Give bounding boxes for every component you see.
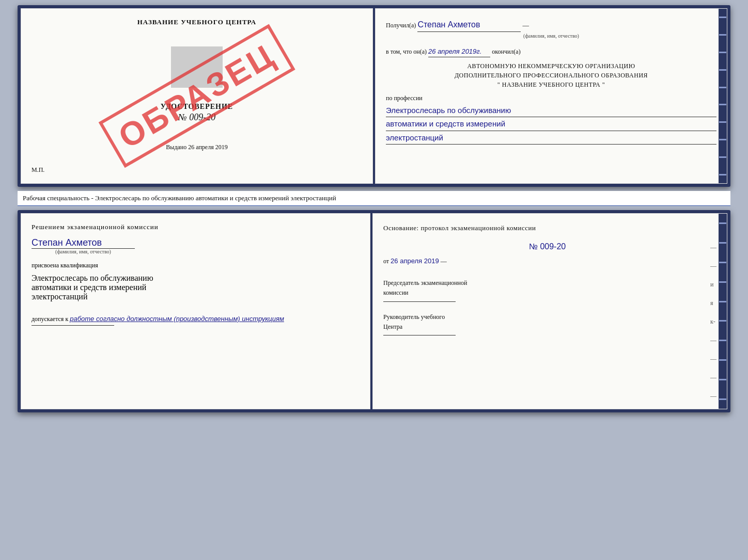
top-right-page: Получил(а) Степан Ахметов — (фамилия, им… [375, 8, 727, 184]
side-mark-k: к- [710, 314, 716, 329]
prisvoena-label: присвоена квалификация [32, 262, 98, 269]
prof-line1: Электрослесарь по обслуживанию [386, 104, 716, 118]
predsedatel-line1: Председатель экзаменационной [383, 278, 711, 288]
qual-line3: электростанций [32, 292, 87, 301]
po-professii: по профессии [386, 93, 716, 103]
specialty-label: Рабочая специальность - Электрослесарь п… [18, 191, 730, 206]
recipient-name: Степан Ахметов [417, 18, 521, 32]
binding-mark [719, 69, 726, 71]
side-dash-6: — [710, 388, 716, 404]
binding-mark [719, 156, 726, 158]
prof-line3: электростанций [386, 131, 716, 145]
cert-title: НАЗВАНИЕ УЧЕБНОГО ЦЕНТРА [137, 18, 257, 26]
vydano-date: 26 апреля 2019 [188, 143, 227, 151]
left-signature-line [32, 325, 114, 326]
okonchil-label: окончил(а) [492, 48, 520, 55]
side-mark-ya: я [710, 295, 716, 311]
top-left-page: НАЗВАНИЕ УЧЕБНОГО ЦЕНТРА УДОСТОВЕРЕНИЕ №… [21, 8, 373, 184]
qual-line1: Электрослесарь по обслуживанию [32, 274, 153, 283]
document-container: НАЗВАНИЕ УЧЕБНОГО ЦЕНТРА УДОСТОВЕРЕНИЕ №… [18, 5, 730, 412]
ot-date-group: от 26 апреля 2019 — [383, 256, 711, 267]
vydano-label: Выдано [166, 143, 186, 151]
cert-vydano: Выдано 26 апреля 2019 [166, 143, 227, 151]
cert-main: УДОСТОВЕРЕНИЕ № 009-20 [161, 103, 233, 124]
org-line3: " НАЗВАНИЕ УЧЕБНОГО ЦЕНТРА " [386, 80, 716, 89]
binding-mark [719, 301, 726, 302]
side-dash-3: — [710, 332, 716, 348]
side-dash-5: — [710, 370, 716, 385]
binding-mark [719, 121, 726, 123]
binding-mark [719, 174, 726, 175]
dash-bottom: — [441, 258, 447, 265]
cert-udostoverenie-label: УДОСТОВЕРЕНИЕ [161, 103, 233, 111]
binding-mark [719, 320, 726, 322]
side-mark-i: и [710, 277, 716, 292]
binding-mark [719, 17, 726, 18]
binding-mark [719, 242, 726, 244]
binding-mark [719, 87, 726, 88]
bottom-left-page: Решением экзаменационной комиссии Степан… [21, 213, 370, 409]
binding-mark [719, 359, 726, 361]
top-booklet: НАЗВАНИЕ УЧЕБНОГО ЦЕНТРА УДОСТОВЕРЕНИЕ №… [18, 5, 730, 187]
side-marks: — — и я к- — — — — [710, 239, 716, 404]
org-block: АВТОНОМНУЮ НЕКОММЕРЧЕСКУЮ ОРГАНИЗАЦИЮ ДО… [386, 61, 716, 89]
poluchil-label: Получил(а) [386, 22, 416, 29]
predsedatel-line2: комиссии [383, 288, 711, 298]
dopusk-text: работе согласно должностным (производств… [70, 315, 284, 323]
binding-mark [719, 379, 726, 380]
predsedatel-section: Председатель экзаменационной комиссии [383, 278, 711, 302]
side-dash-2: — [710, 258, 716, 274]
rukovoditel-section: Руководитель учебного Центра [383, 312, 711, 337]
bottom-number: № 009-20 [383, 240, 711, 253]
bottom-right-binding [719, 214, 727, 409]
recipient-group: Получил(а) Степан Ахметов — (фамилия, им… [386, 18, 716, 40]
bottom-name-group: Степан Ахметов (фамилия, имя, отчество) [32, 237, 135, 254]
binding-mark [719, 34, 726, 36]
predsedatel-sign-line [383, 301, 456, 302]
binding-mark [719, 104, 726, 105]
bottom-booklet: Решением экзаменационной комиссии Степан… [18, 210, 730, 412]
binding-mark [719, 262, 726, 263]
cert-number: № 009-20 [161, 112, 233, 123]
binding-mark [719, 52, 726, 53]
cert-photo [171, 46, 223, 88]
ot-label: от [383, 258, 389, 265]
fio-label-top: (фамилия, имя, отчество) [386, 32, 716, 40]
vtom-group: в том, что он(а) 26 апреля 2019г. окончи… [386, 46, 716, 58]
vtom-label: в том, что он(а) [386, 48, 427, 55]
osnovanie-label: Основание: протокол экзаменационной коми… [383, 223, 711, 234]
bottom-name: Степан Ахметов [32, 237, 135, 249]
side-dash-1: — [710, 239, 716, 255]
prof-line2: автоматики и средств измерений [386, 117, 716, 131]
org-line1: АВТОНОМНУЮ НЕКОММЕРЧЕСКУЮ ОРГАНИЗАЦИЮ [386, 61, 716, 71]
bottom-fio-label: (фамилия, имя, отчество) [32, 249, 135, 254]
rukovoditel-line2: Центра [383, 322, 711, 332]
org-line2: ДОПОЛНИТЕЛЬНОГО ПРОФЕССИОНАЛЬНОГО ОБРАЗО… [386, 71, 716, 80]
binding-mark [719, 281, 726, 283]
right-binding [719, 9, 727, 183]
binding-mark [719, 139, 726, 140]
cert-date: 26 апреля 2019г. [428, 46, 490, 58]
qual-line2: автоматики и средств измерений [32, 283, 146, 292]
rukovoditel-line1: Руководитель учебного [383, 312, 711, 322]
cert-mp: М.П. [32, 166, 44, 174]
rukovoditel-sign-line [383, 335, 456, 335]
dopusk-group: допускается к работе согласно должностны… [32, 315, 284, 323]
dash-1: — [523, 22, 529, 29]
binding-mark [719, 222, 726, 224]
binding-mark [719, 340, 726, 341]
side-dash-4: — [710, 351, 716, 366]
bottom-date: 26 апреля 2019 [391, 257, 439, 265]
komissia-title: Решением экзаменационной комиссии [32, 223, 159, 231]
dopuskaetsya-label: допускается к [32, 315, 68, 323]
bottom-right-page: Основание: протокол экзаменационной коми… [372, 213, 727, 409]
binding-mark [719, 398, 726, 400]
